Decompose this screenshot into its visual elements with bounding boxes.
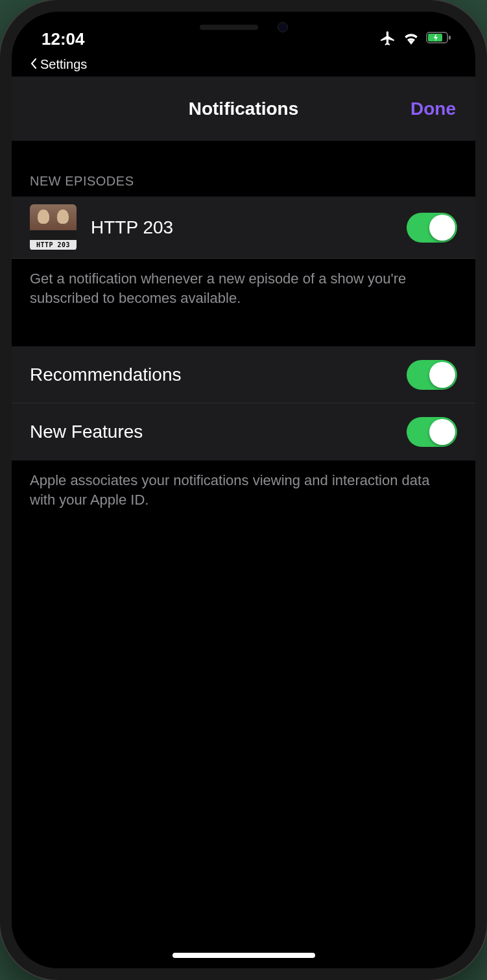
nav-bar: Notifications Done <box>12 77 475 141</box>
notch <box>143 12 344 43</box>
podcast-thumbnail <box>30 204 77 251</box>
row-recommendations[interactable]: Recommendations <box>12 346 475 403</box>
home-indicator[interactable] <box>172 953 315 958</box>
chevron-left-icon <box>30 57 38 72</box>
general-group: Recommendations New Features <box>12 346 475 460</box>
toggle-http203-notifications[interactable] <box>407 213 457 243</box>
phone-frame: 12:04 Settings Notifications Done <box>0 0 487 980</box>
toggle-knob <box>429 419 455 445</box>
podcast-row-http203[interactable]: HTTP 203 <box>12 197 475 259</box>
done-button[interactable]: Done <box>410 99 456 119</box>
toggle-knob <box>429 215 455 241</box>
wifi-icon <box>403 32 420 47</box>
section-footer-new-episodes: Get a notification whenever a new episod… <box>12 259 475 307</box>
screen: 12:04 Settings Notifications Done <box>12 12 475 968</box>
back-to-settings-link[interactable]: Settings <box>30 57 87 72</box>
back-label: Settings <box>40 57 87 72</box>
section-footer-general: Apple associates your notifications view… <box>12 460 475 509</box>
page-title: Notifications <box>189 99 299 119</box>
content-area[interactable]: NEW EPISODES HTTP 203 Get a notification… <box>12 141 475 968</box>
podcast-title: HTTP 203 <box>91 217 407 238</box>
svg-rect-1 <box>449 36 451 40</box>
toggle-knob <box>429 362 455 388</box>
speaker <box>200 25 258 30</box>
new-features-label: New Features <box>30 422 407 442</box>
status-time: 12:04 <box>42 29 85 49</box>
recommendations-label: Recommendations <box>30 365 407 385</box>
front-camera <box>278 22 288 32</box>
airplane-mode-icon <box>379 30 396 49</box>
row-new-features[interactable]: New Features <box>12 403 475 460</box>
section-header-new-episodes: NEW EPISODES <box>12 141 475 197</box>
status-icons <box>379 30 452 49</box>
toggle-new-features[interactable] <box>407 417 457 447</box>
battery-charging-icon <box>426 32 452 47</box>
toggle-recommendations[interactable] <box>407 360 457 390</box>
